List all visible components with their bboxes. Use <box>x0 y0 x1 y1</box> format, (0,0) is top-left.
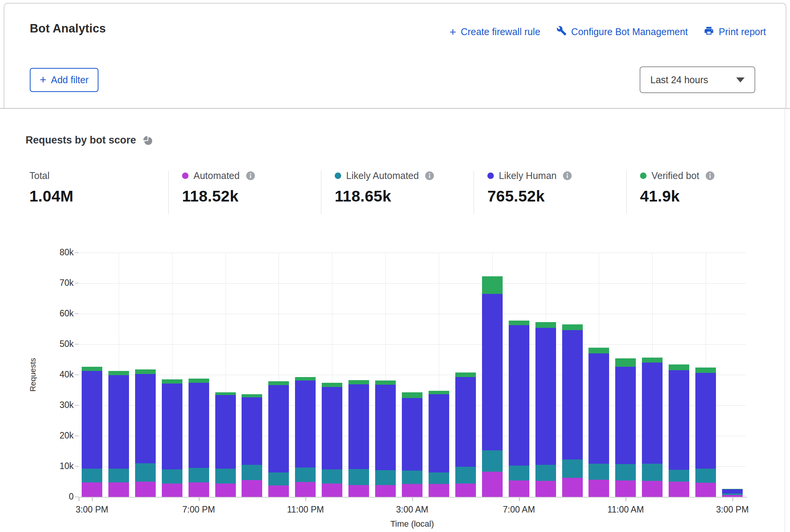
bar-segment-verified_bot <box>108 371 129 375</box>
bar-segment-verified_bot <box>322 383 342 387</box>
bar-segment-verified_bot <box>242 394 262 397</box>
bar-segment-likely_human <box>669 370 689 470</box>
bar-segment-likely_automated <box>242 465 262 480</box>
bar-1100am[interactable] <box>615 358 636 497</box>
bar-1000am[interactable] <box>588 348 609 497</box>
bar-1100pm[interactable] <box>295 377 316 497</box>
bar-segment-automated <box>375 485 396 497</box>
bar-300am[interactable] <box>402 392 422 497</box>
bar-segment-verified_bot <box>429 391 449 395</box>
bar-segment-likely_automated <box>135 463 156 482</box>
bar-segment-automated <box>348 485 369 497</box>
bar-segment-automated <box>509 480 529 497</box>
bar-700am[interactable] <box>509 321 529 497</box>
bar-segment-likely_automated <box>429 472 449 484</box>
bar-800pm[interactable] <box>215 392 236 497</box>
requests-chart: Requests Time (local) 010k20k30k40k50k60… <box>0 0 790 532</box>
x-axis-tick-label: 3:00 PM <box>60 505 124 515</box>
y-axis-tick <box>75 344 79 345</box>
bar-700pm[interactable] <box>189 379 209 497</box>
bar-300pm[interactable] <box>722 489 743 497</box>
bar-segment-verified_bot <box>695 368 716 373</box>
x-axis-tick-label: 7:00 AM <box>487 505 551 515</box>
bar-1000pm[interactable] <box>268 381 289 497</box>
bar-segment-verified_bot <box>562 324 583 330</box>
bar-segment-likely_human <box>588 353 609 464</box>
bar-segment-verified_bot <box>535 322 556 327</box>
bar-100am[interactable] <box>348 380 369 497</box>
y-axis-tick <box>75 252 79 253</box>
bar-segment-likely_automated <box>82 469 102 482</box>
bar-200am[interactable] <box>375 380 396 497</box>
y-axis-tick-label: 20k <box>42 430 74 441</box>
bar-segment-likely_human <box>108 375 129 469</box>
bar-segment-automated <box>642 481 663 497</box>
bar-segment-verified_bot <box>642 358 663 363</box>
bar-segment-likely_human <box>482 294 503 450</box>
y-axis-tick <box>75 497 79 497</box>
bar-segment-likely_human <box>215 395 236 469</box>
bar-segment-automated <box>108 482 129 497</box>
bar-segment-likely_automated <box>535 465 556 481</box>
bar-500am[interactable] <box>455 372 476 497</box>
bar-900pm[interactable] <box>242 394 262 497</box>
bar-segment-automated <box>162 484 182 497</box>
bar-segment-automated <box>402 484 422 497</box>
y-axis-tick <box>75 283 79 284</box>
bar-200pm[interactable] <box>695 368 716 497</box>
y-axis-tick-label: 60k <box>42 308 74 319</box>
bar-600am[interactable] <box>482 276 503 497</box>
bar-500pm[interactable] <box>135 369 156 497</box>
bar-100pm[interactable] <box>669 364 689 497</box>
y-axis-tick <box>75 435 79 436</box>
bar-segment-likely_human <box>642 363 663 464</box>
bar-segment-verified_bot <box>402 392 422 398</box>
bar-segment-likely_automated <box>588 464 609 480</box>
bar-segment-likely_automated <box>695 469 716 483</box>
bar-segment-likely_automated <box>375 470 396 485</box>
bar-300pm[interactable] <box>82 367 102 497</box>
bar-segment-likely_human <box>162 384 182 469</box>
bar-1200am[interactable] <box>322 383 342 497</box>
bar-segment-likely_human <box>242 397 262 465</box>
bar-segment-verified_bot <box>509 321 529 325</box>
bar-900am[interactable] <box>562 324 583 497</box>
bar-segment-likely_human <box>189 383 209 468</box>
x-axis-tick-label: 7:00 PM <box>166 505 231 515</box>
bar-400pm[interactable] <box>108 371 129 497</box>
y-axis-tick-label: 70k <box>42 278 74 288</box>
bar-400am[interactable] <box>429 391 449 497</box>
bar-segment-automated <box>135 482 156 497</box>
bar-segment-verified_bot <box>348 380 369 384</box>
bar-segment-verified_bot <box>295 377 316 380</box>
bar-segment-likely_automated <box>642 464 663 481</box>
bar-segment-automated <box>322 484 342 497</box>
bar-segment-likely_automated <box>615 464 636 480</box>
bar-segment-verified_bot <box>375 380 396 384</box>
bar-segment-likely_human <box>375 385 396 470</box>
bar-segment-likely_automated <box>348 469 369 485</box>
bar-segment-likely_human <box>82 371 102 469</box>
bar-segment-verified_bot <box>162 379 182 384</box>
bar-segment-verified_bot <box>268 381 289 385</box>
bar-segment-verified_bot <box>455 372 476 377</box>
y-axis-tick-label: 0 <box>42 492 74 502</box>
bar-segment-automated <box>455 484 476 497</box>
bar-segment-likely_human <box>509 325 529 466</box>
bar-800am[interactable] <box>535 322 556 497</box>
x-axis-title: Time (local) <box>374 519 450 529</box>
y-axis-tick-label: 40k <box>42 369 74 380</box>
bar-segment-automated <box>482 472 503 497</box>
y-axis-tick <box>75 374 79 375</box>
bar-segment-automated <box>669 482 689 497</box>
bar-segment-verified_bot <box>588 348 609 353</box>
bar-600pm[interactable] <box>162 379 182 497</box>
bar-segment-likely_human <box>562 330 583 459</box>
bar-segment-likely_human <box>455 377 476 467</box>
bot-analytics-page: Bot Analytics + Create firewall rule Con… <box>0 0 790 532</box>
bar-segment-likely_human <box>322 387 342 469</box>
bar-segment-verified_bot <box>215 392 236 395</box>
bar-1200pm[interactable] <box>642 358 663 497</box>
grid-line-horizontal <box>79 283 746 284</box>
bar-segment-likely_automated <box>295 468 316 482</box>
